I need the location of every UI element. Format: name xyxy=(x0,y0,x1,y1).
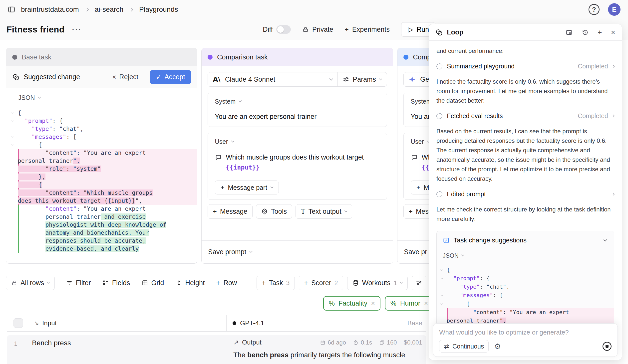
accept-button[interactable]: ✓ Accept xyxy=(150,70,191,84)
loop-input-field[interactable] xyxy=(439,329,612,336)
factuality-badge[interactable]: % Factuality × xyxy=(323,296,380,311)
fields-button[interactable]: Fields xyxy=(102,279,130,287)
add-message-part-button[interactable]: + Message part xyxy=(215,181,279,194)
view-settings-button[interactable] xyxy=(412,276,426,290)
grid-view-button[interactable]: Grid xyxy=(142,279,164,287)
language-selector[interactable]: JSON xyxy=(437,244,614,266)
continuous-mode-button[interactable]: ⇄ Continuous xyxy=(439,340,489,353)
add-task-button[interactable]: + Task 3 xyxy=(257,276,295,290)
role-selector[interactable]: User xyxy=(215,138,380,145)
private-button[interactable]: Private xyxy=(302,26,333,33)
row-input-cell[interactable]: Bench press xyxy=(24,335,227,364)
collapse-chevron-icon[interactable] xyxy=(437,291,447,300)
collapse-chevron-icon[interactable] xyxy=(6,141,18,149)
fields-icon xyxy=(102,280,109,286)
chevron-down-icon[interactable] xyxy=(604,238,607,241)
input-column-header[interactable]: ↘ Input xyxy=(34,319,226,327)
sidebar-toggle-icon[interactable] xyxy=(7,5,15,13)
save-prompt-button[interactable]: Save prompt xyxy=(202,240,393,263)
row-height-button[interactable]: Height xyxy=(176,279,205,287)
experiments-button[interactable]: + Experiments xyxy=(345,26,390,33)
chevron-down-icon xyxy=(329,77,333,81)
role-selector[interactable]: System xyxy=(215,98,380,105)
popout-icon[interactable] xyxy=(566,29,573,36)
row-output-cell[interactable]: ↗ Output 6d ago 0.1s 160 xyxy=(227,335,426,364)
code-line: personal trainer and exercise xyxy=(6,213,197,221)
system-message-card[interactable]: System You are an expert personal traine… xyxy=(208,93,387,127)
breadcrumb-project[interactable]: ai-search xyxy=(95,5,123,13)
text-output-button[interactable]: T Text output xyxy=(296,204,352,219)
gutter xyxy=(6,181,18,189)
loop-title: Loop xyxy=(447,28,463,36)
dataset-select[interactable]: Workouts 1 xyxy=(347,276,408,290)
code-line: { xyxy=(6,181,197,189)
breadcrumb-separator-icon xyxy=(85,7,89,11)
table-row[interactable]: 1 Bench press ↗ Output 6d ago 0.1s xyxy=(7,335,426,364)
all-rows-filter[interactable]: All rows xyxy=(6,276,55,290)
tools-button[interactable]: Tools xyxy=(256,204,292,219)
percent-icon: % xyxy=(390,300,396,307)
params-button[interactable]: Params xyxy=(337,72,387,86)
humor-badge[interactable]: % Humor × xyxy=(385,296,433,311)
gutter xyxy=(6,189,18,197)
breadcrumb-section[interactable]: Playgrounds xyxy=(139,5,178,13)
breadcrumb-site[interactable]: braintrustdata.com xyxy=(21,5,79,13)
collapse-chevron-icon[interactable] xyxy=(437,266,447,274)
gear-icon[interactable]: ⚙ xyxy=(494,342,501,351)
collapse-chevron-icon[interactable] xyxy=(6,117,18,125)
system-message-text[interactable]: You are an expert personal trainer xyxy=(215,112,380,122)
card-title: Task change suggestions xyxy=(454,236,527,244)
toggle-switch[interactable] xyxy=(276,25,291,34)
lock-icon xyxy=(302,26,309,33)
loop-input-card[interactable]: ⇄ Continuous ⚙ xyxy=(433,323,618,357)
avatar[interactable]: E xyxy=(608,3,621,16)
loop-step[interactable]: Fetched eval results Completed xyxy=(436,112,614,120)
app-screen: braintrustdata.com ai-search Playgrounds… xyxy=(0,0,628,364)
code-line: "messages": [ xyxy=(6,133,197,141)
select-all-checkbox[interactable] xyxy=(13,318,23,328)
filter-button[interactable]: Filter xyxy=(66,279,91,287)
reject-button[interactable]: × Reject xyxy=(112,73,138,81)
loop-text: Let me check the correct structure by lo… xyxy=(436,205,614,224)
add-row-button[interactable]: + Row xyxy=(216,279,237,287)
history-icon[interactable] xyxy=(582,29,589,36)
help-icon[interactable]: ? xyxy=(589,4,600,15)
stop-button[interactable] xyxy=(603,342,612,351)
code-line: does this workout target {{input}}", xyxy=(6,197,197,205)
more-menu-icon[interactable]: ··· xyxy=(72,28,82,31)
chevron-down-icon xyxy=(231,139,234,143)
collapse-chevron-icon[interactable] xyxy=(6,109,18,117)
gutter xyxy=(6,205,18,213)
user-message-card[interactable]: User Which muscle groups does this worko… xyxy=(208,133,387,200)
collapse-chevron-icon[interactable] xyxy=(437,274,447,283)
plus-icon: + xyxy=(409,208,413,215)
diff-toggle[interactable]: Diff xyxy=(263,25,291,34)
loop-panel: Loop + × and current performance: Summar… xyxy=(429,24,622,360)
chevron-down-icon xyxy=(47,281,50,283)
task-dot xyxy=(208,55,213,60)
code-line: { xyxy=(437,266,614,274)
model-select[interactable]: A\ Claude 4 Sonnet xyxy=(208,72,337,86)
collapse-chevron-icon[interactable] xyxy=(437,300,447,308)
code-line: { xyxy=(437,300,614,308)
loop-step[interactable]: Edited prompt xyxy=(436,190,614,198)
json-editor[interactable]: JSON { "prompt": { "type": "chat", "mess… xyxy=(6,88,197,263)
close-icon[interactable]: × xyxy=(611,29,615,36)
loop-step[interactable]: Summarized playground Completed xyxy=(436,63,614,70)
status-circle-icon xyxy=(436,63,442,69)
height-icon xyxy=(176,280,182,286)
user-message-text[interactable]: Which muscle groups does this workout ta… xyxy=(215,152,380,173)
check-icon: ✓ xyxy=(156,73,162,81)
language-selector[interactable]: JSON xyxy=(6,94,197,101)
grid-icon xyxy=(142,280,148,286)
suggested-change-label: Suggested change xyxy=(24,73,80,81)
collapse-chevron-icon[interactable] xyxy=(6,133,18,141)
add-message-button[interactable]: + Message xyxy=(208,204,253,219)
loop-conversation[interactable]: and current performance: Summarized play… xyxy=(429,41,622,341)
model-column-header[interactable]: GPT-4.1 Base xyxy=(227,319,426,327)
arrow-up-right-icon: ↗ xyxy=(233,339,239,346)
add-scorer-button[interactable]: + Scorer 2 xyxy=(299,276,343,290)
close-icon[interactable]: × xyxy=(424,300,428,307)
new-chat-icon[interactable]: + xyxy=(598,29,602,36)
close-icon[interactable]: × xyxy=(371,300,375,307)
